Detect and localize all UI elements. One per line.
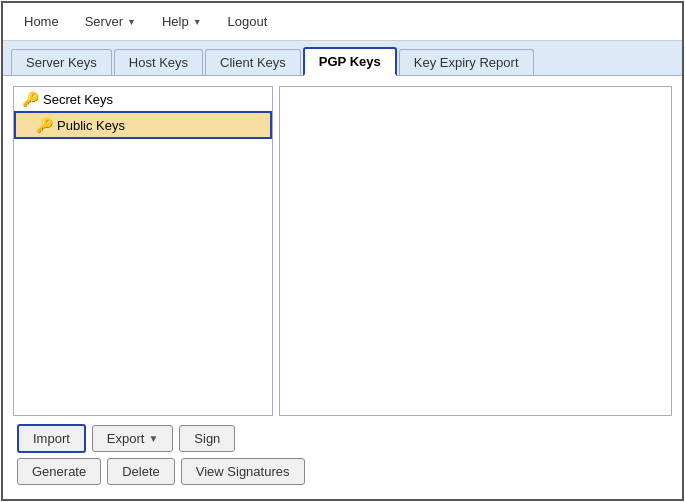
button-row-2: Generate Delete View Signatures xyxy=(17,458,668,485)
tab-server-keys[interactable]: Server Keys xyxy=(11,49,112,75)
delete-button[interactable]: Delete xyxy=(107,458,175,485)
menu-server-label: Server xyxy=(85,14,123,29)
tab-bar: Server Keys Host Keys Client Keys PGP Ke… xyxy=(3,41,682,76)
main-content: 🔑 Secret Keys 🔑 Public Keys Import Expor… xyxy=(3,76,682,499)
menu-logout-label: Logout xyxy=(228,14,268,29)
tree-item-public-keys[interactable]: 🔑 Public Keys xyxy=(14,111,272,139)
menu-help[interactable]: Help ▼ xyxy=(151,9,213,34)
menu-bar: Home Server ▼ Help ▼ Logout xyxy=(3,3,682,41)
view-signatures-button[interactable]: View Signatures xyxy=(181,458,305,485)
menu-server[interactable]: Server ▼ xyxy=(74,9,147,34)
right-panel-details xyxy=(279,86,672,416)
export-dropdown-icon: ▼ xyxy=(148,433,158,444)
app-window: Home Server ▼ Help ▼ Logout Server Keys … xyxy=(1,1,684,501)
public-keys-icon: 🔑 xyxy=(36,117,53,133)
tab-host-keys[interactable]: Host Keys xyxy=(114,49,203,75)
export-button[interactable]: Export ▼ xyxy=(92,425,173,452)
menu-logout[interactable]: Logout xyxy=(217,9,279,34)
secret-keys-label: Secret Keys xyxy=(43,92,113,107)
generate-button[interactable]: Generate xyxy=(17,458,101,485)
public-keys-label: Public Keys xyxy=(57,118,125,133)
panels-row: 🔑 Secret Keys 🔑 Public Keys xyxy=(13,86,672,416)
help-dropdown-icon: ▼ xyxy=(193,17,202,27)
secret-keys-icon: 🔑 xyxy=(22,91,39,107)
tab-client-keys[interactable]: Client Keys xyxy=(205,49,301,75)
tab-key-expiry-report[interactable]: Key Expiry Report xyxy=(399,49,534,75)
button-bar: Import Export ▼ Sign Generate Delete xyxy=(13,416,672,489)
server-dropdown-icon: ▼ xyxy=(127,17,136,27)
tree-item-secret-keys[interactable]: 🔑 Secret Keys xyxy=(14,87,272,111)
tab-pgp-keys[interactable]: PGP Keys xyxy=(303,47,397,76)
left-panel-tree: 🔑 Secret Keys 🔑 Public Keys xyxy=(13,86,273,416)
menu-home-label: Home xyxy=(24,14,59,29)
menu-home[interactable]: Home xyxy=(13,9,70,34)
button-row-1: Import Export ▼ Sign xyxy=(17,424,668,453)
menu-help-label: Help xyxy=(162,14,189,29)
import-button[interactable]: Import xyxy=(17,424,86,453)
sign-button[interactable]: Sign xyxy=(179,425,235,452)
